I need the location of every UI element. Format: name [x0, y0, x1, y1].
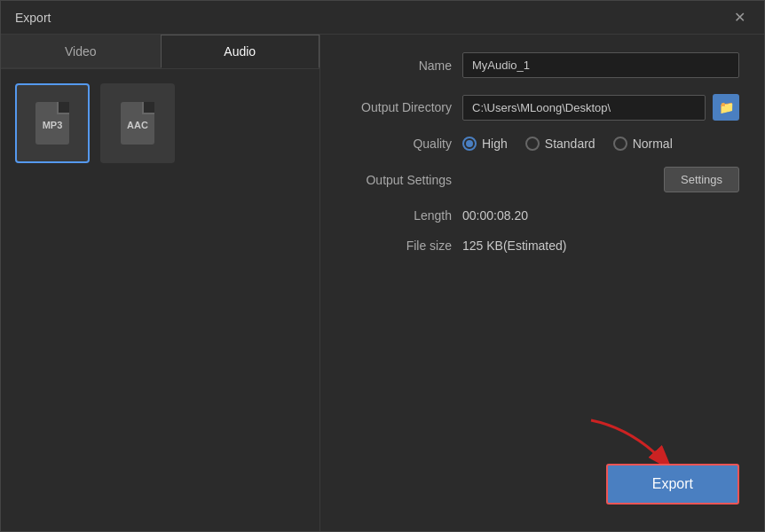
quality-label: Quality	[345, 137, 452, 151]
right-panel: Name Output Directory 📁 Quality	[320, 35, 764, 531]
quality-high-label[interactable]: High	[462, 137, 508, 151]
file-size-label: File size	[345, 239, 452, 253]
quality-standard-label[interactable]: Standard	[525, 137, 595, 151]
dialog-body: Video Audio MP3 AAC	[1, 35, 764, 531]
tab-audio[interactable]: Audio	[161, 35, 320, 68]
settings-button[interactable]: Settings	[664, 167, 739, 192]
quality-high-text: High	[482, 137, 508, 151]
format-mp3[interactable]: MP3	[15, 83, 90, 163]
output-settings-label: Output Settings	[345, 173, 452, 187]
file-size-row: File size 125 KB(Estimated)	[345, 239, 739, 253]
quality-standard-text: Standard	[545, 137, 595, 151]
length-value: 00:00:08.20	[462, 208, 528, 223]
length-label: Length	[345, 208, 452, 223]
length-row: Length 00:00:08.20	[345, 208, 739, 223]
output-dir-label: Output Directory	[345, 100, 452, 114]
quality-high-radio[interactable]	[462, 137, 477, 151]
format-grid: MP3 AAC	[1, 69, 319, 177]
quality-radio-group: High Standard Normal	[462, 137, 673, 151]
mp3-file-icon: MP3	[35, 102, 69, 145]
tab-video[interactable]: Video	[1, 35, 161, 68]
file-size-value: 125 KB(Estimated)	[462, 239, 567, 253]
quality-row: Quality High Standard Normal	[345, 137, 739, 151]
title-bar: Export ✕	[1, 1, 764, 35]
quality-normal-label[interactable]: Normal	[613, 137, 673, 151]
close-button[interactable]: ✕	[729, 7, 750, 28]
name-label: Name	[345, 59, 452, 73]
folder-icon: 📁	[719, 100, 734, 114]
quality-normal-radio[interactable]	[613, 137, 627, 151]
dialog-title: Export	[15, 11, 51, 25]
tab-bar: Video Audio	[1, 35, 319, 69]
export-button[interactable]: Export	[606, 464, 739, 505]
name-input[interactable]	[462, 52, 739, 78]
name-row: Name	[345, 52, 739, 78]
left-panel: Video Audio MP3 AAC	[1, 35, 320, 531]
folder-browse-button[interactable]: 📁	[713, 94, 739, 121]
dir-input[interactable]	[462, 95, 706, 121]
output-dir-row: Output Directory 📁	[345, 94, 739, 121]
format-aac[interactable]: AAC	[100, 83, 175, 163]
output-settings-row: Output Settings Settings	[345, 167, 739, 192]
export-dialog: Export ✕ Video Audio MP3 AAC	[0, 0, 765, 532]
aac-file-icon: AAC	[121, 102, 154, 145]
quality-normal-text: Normal	[633, 137, 673, 151]
quality-standard-radio[interactable]	[525, 137, 540, 151]
dir-input-group: 📁	[462, 94, 739, 121]
